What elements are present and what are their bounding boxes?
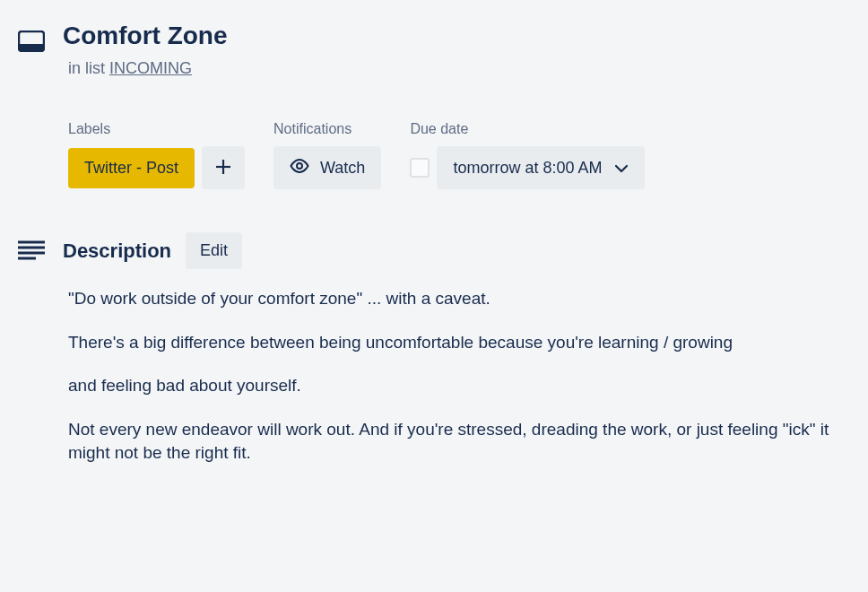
card-icon bbox=[18, 30, 45, 56]
description-icon bbox=[18, 240, 45, 264]
description-paragraph: "Do work outside of your comfort zone" .… bbox=[68, 287, 846, 311]
labels-controls: Twitter - Post bbox=[68, 146, 245, 189]
eye-icon bbox=[290, 159, 309, 178]
plus-icon bbox=[214, 153, 232, 182]
edit-description-button[interactable]: Edit bbox=[186, 232, 242, 269]
label-chip[interactable]: Twitter - Post bbox=[68, 148, 195, 188]
card-title[interactable]: Comfort Zone bbox=[63, 22, 228, 50]
list-prefix: in list bbox=[68, 59, 109, 77]
list-link[interactable]: INCOMING bbox=[109, 59, 192, 77]
due-date-checkbox[interactable] bbox=[410, 158, 430, 178]
list-location: in list INCOMING bbox=[68, 59, 846, 78]
watch-button[interactable]: Watch bbox=[273, 146, 381, 189]
due-date-controls: tomorrow at 8:00 AM bbox=[410, 146, 645, 189]
card-header: Comfort Zone bbox=[18, 22, 846, 56]
svg-point-5 bbox=[297, 163, 302, 169]
notifications-controls: Watch bbox=[273, 146, 381, 189]
due-date-button[interactable]: tomorrow at 8:00 AM bbox=[437, 146, 645, 189]
due-date-heading: Due date bbox=[410, 121, 645, 137]
add-label-button[interactable] bbox=[202, 146, 245, 189]
description-paragraph: Not every new endeavor will work out. An… bbox=[68, 418, 846, 466]
notifications-heading: Notifications bbox=[273, 121, 381, 137]
due-date-value: tomorrow at 8:00 AM bbox=[453, 159, 602, 178]
description-paragraph: and feeling bad about yourself. bbox=[68, 374, 846, 398]
svg-rect-2 bbox=[19, 44, 44, 51]
notifications-group: Notifications Watch bbox=[273, 121, 381, 189]
description-heading: Description bbox=[63, 239, 171, 263]
description-body[interactable]: "Do work outside of your comfort zone" .… bbox=[68, 287, 846, 466]
labels-heading: Labels bbox=[68, 121, 245, 137]
card-meta-row: Labels Twitter - Post Notifications bbox=[68, 121, 846, 189]
watch-label: Watch bbox=[320, 159, 365, 178]
chevron-down-icon bbox=[614, 159, 629, 178]
labels-group: Labels Twitter - Post bbox=[68, 121, 245, 189]
due-date-group: Due date tomorrow at 8:00 AM bbox=[410, 121, 645, 189]
description-header: Description Edit bbox=[18, 232, 846, 269]
description-paragraph: There's a big difference between being u… bbox=[68, 331, 846, 355]
